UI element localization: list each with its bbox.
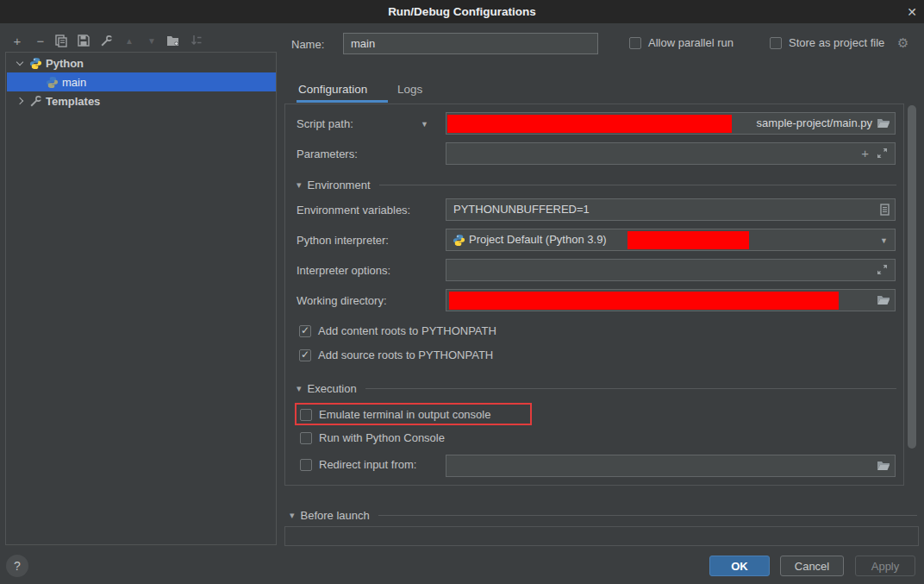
script-path-value: sample-project/main.py [757, 116, 872, 129]
name-input[interactable] [343, 33, 598, 54]
section-divider [378, 515, 917, 516]
section-divider [365, 388, 896, 389]
copy-icon [55, 35, 67, 47]
add-source-roots-checkbox[interactable]: ✓ Add source roots to PYTHONPATH [299, 349, 493, 361]
wrench-icon [100, 35, 113, 47]
script-path-label: Script path: [297, 117, 353, 130]
name-label: Name: [291, 38, 324, 51]
redaction-block [449, 292, 839, 310]
wrench-icon [29, 95, 42, 108]
checkbox-icon[interactable] [300, 459, 312, 471]
checkbox-icon[interactable] [300, 432, 312, 444]
gear-icon[interactable]: ⚙ [897, 35, 908, 51]
checkbox-checked-icon[interactable]: ✓ [299, 325, 311, 337]
edit-variables-icon[interactable] [880, 204, 890, 216]
dialog-title: Run/Debug Configurations [388, 5, 536, 18]
before-launch-task-list[interactable] [284, 526, 919, 546]
run-debug-configurations-dialog: Run/Debug Configurations ✕ + − ▲ ▼ Pytho… [0, 0, 924, 584]
remove-configuration-button[interactable]: − [32, 32, 49, 49]
environment-variables-label: Environment variables: [297, 204, 410, 217]
python-interpreter-label: Python interpreter: [297, 234, 389, 247]
close-icon[interactable]: ✕ [907, 0, 917, 23]
vertical-scrollbar[interactable] [908, 105, 916, 449]
tab-logs[interactable]: Logs [397, 83, 422, 96]
new-folder-icon [166, 35, 180, 47]
add-configuration-button[interactable]: + [9, 32, 26, 49]
python-interpreter-combobox[interactable]: Project Default (Python 3.9) ▼ [446, 229, 896, 251]
python-icon [46, 76, 59, 89]
checkbox-icon[interactable] [770, 37, 782, 49]
working-directory-field[interactable] [446, 289, 896, 311]
save-icon [78, 35, 90, 47]
redaction-block [627, 231, 749, 249]
expand-field-icon[interactable] [877, 264, 888, 275]
minus-icon: − [37, 34, 45, 48]
save-configuration-button[interactable] [75, 32, 92, 49]
checkbox-icon[interactable] [300, 409, 312, 421]
redirect-input-checkbox[interactable]: Redirect input from: [300, 458, 416, 471]
move-down-button[interactable]: ▼ [143, 32, 160, 49]
collapse-arrow-icon[interactable]: ▾ [290, 510, 295, 521]
chevron-down-icon[interactable]: ▼ [421, 120, 428, 129]
tab-configuration[interactable]: Configuration [298, 83, 367, 96]
emulate-terminal-checkbox[interactable]: Emulate terminal in output console [300, 408, 490, 421]
environment-variables-field[interactable]: PYTHONUNBUFFERED=1 [446, 198, 896, 221]
move-up-button[interactable]: ▲ [121, 32, 138, 49]
interpreter-options-label: Interpreter options: [297, 264, 390, 277]
expand-field-icon[interactable] [877, 148, 888, 159]
tree-item-label: Python [46, 57, 84, 70]
execution-section-header[interactable]: ▾ Execution [297, 381, 896, 395]
allow-parallel-run-checkbox[interactable]: Allow parallel run [629, 36, 734, 49]
active-tab-underline [297, 100, 388, 103]
checkbox-checked-icon[interactable]: ✓ [299, 349, 311, 361]
configurations-tree: Python main Templates [5, 52, 277, 545]
redirect-input-field[interactable] [446, 455, 896, 477]
run-with-python-console-checkbox[interactable]: Run with Python Console [300, 431, 445, 444]
browse-folder-icon[interactable] [877, 294, 890, 306]
parameters-field[interactable]: + [446, 142, 896, 165]
cancel-button[interactable]: Cancel [780, 556, 844, 576]
working-directory-label: Working directory: [297, 294, 387, 307]
python-icon [453, 234, 465, 247]
redaction-block [447, 115, 732, 133]
tree-item-label: main [62, 76, 86, 89]
sort-alphabetically-icon [190, 35, 203, 47]
tree-item-templates[interactable]: Templates [7, 91, 276, 110]
chevron-right-icon[interactable] [16, 97, 23, 104]
chevron-down-icon[interactable] [16, 59, 23, 66]
browse-folder-icon[interactable] [877, 117, 890, 129]
tree-item-main-selected[interactable]: main [7, 72, 276, 91]
store-as-project-file-checkbox[interactable]: Store as project file [770, 36, 884, 49]
copy-configuration-button[interactable] [53, 32, 70, 49]
before-launch-section-header[interactable]: ▾ Before launch [290, 508, 917, 522]
interpreter-options-field[interactable] [446, 259, 896, 281]
add-content-roots-checkbox[interactable]: ✓ Add content roots to PYTHONPATH [299, 324, 496, 337]
collapse-arrow-icon[interactable]: ▾ [297, 179, 302, 191]
parameters-label: Parameters: [297, 148, 358, 160]
edit-templates-button[interactable] [97, 32, 115, 49]
apply-button[interactable]: Apply [855, 556, 915, 576]
browse-folder-icon[interactable] [877, 460, 890, 472]
arrow-down-icon: ▼ [147, 36, 156, 46]
ok-button[interactable]: OK [709, 556, 770, 576]
checkbox-icon[interactable] [629, 37, 641, 49]
python-interpreter-value: Project Default (Python 3.9) [469, 233, 607, 246]
sort-configurations-button[interactable] [188, 32, 205, 49]
python-icon [29, 57, 42, 70]
tree-item-python[interactable]: Python [7, 53, 276, 72]
add-macro-icon[interactable]: + [861, 146, 869, 160]
collapse-arrow-icon[interactable]: ▾ [297, 383, 302, 394]
section-divider [379, 185, 896, 185]
help-button[interactable]: ? [6, 555, 28, 577]
plus-icon: + [14, 34, 22, 48]
tree-item-label: Templates [46, 95, 100, 108]
titlebar: Run/Debug Configurations ✕ [0, 0, 924, 23]
environment-variables-value: PYTHONUNBUFFERED=1 [453, 203, 590, 216]
environment-section-header[interactable]: ▾ Environment [297, 178, 896, 192]
create-folder-button[interactable] [165, 32, 182, 49]
chevron-down-icon[interactable]: ▼ [880, 236, 888, 245]
arrow-up-icon: ▲ [125, 36, 134, 46]
script-path-field[interactable]: sample-project/main.py [446, 112, 896, 135]
question-mark-icon: ? [14, 559, 21, 573]
